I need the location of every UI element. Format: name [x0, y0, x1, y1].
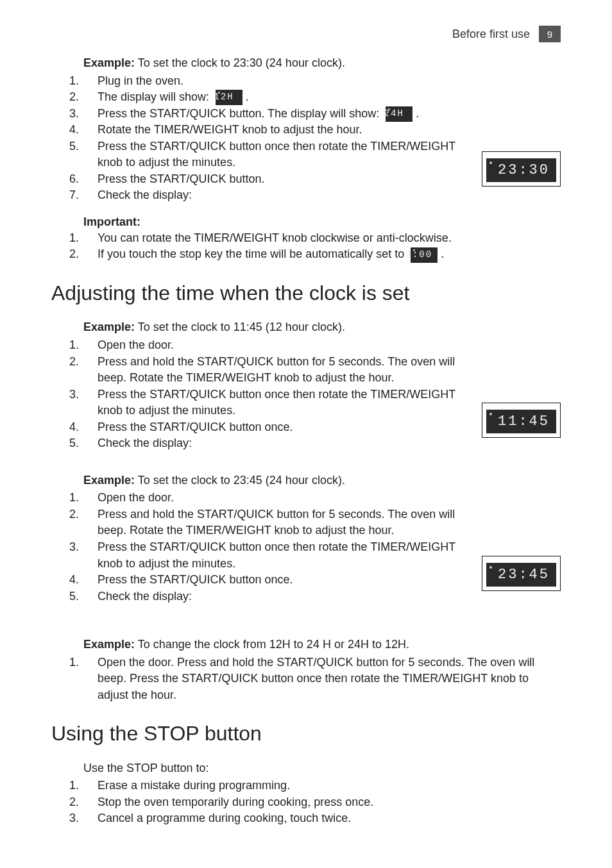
- step-2: 2.The display will show: 12H .: [98, 89, 561, 106]
- step-text: Press the START/QUICK button once then r…: [98, 388, 455, 417]
- example-change-12h-24h: Example: To change the clock from 12H to…: [83, 637, 561, 703]
- display-frame-2330: 23:30: [482, 151, 561, 187]
- display-frame-2345: 23:45: [482, 556, 561, 591]
- step-text: Press and hold the START/QUICK button fo…: [98, 508, 455, 537]
- step-text: Press the START/QUICK button once.: [98, 573, 293, 586]
- step-text: Plug in the oven.: [98, 74, 183, 87]
- step-2: 2.Press and hold the START/QUICK button …: [98, 506, 561, 539]
- stop-list: 1.Erase a mistake during programming. 2.…: [83, 778, 561, 827]
- example-set-2345: 23:45 Example: To set the clock to 23:45…: [83, 472, 561, 605]
- step-text: Press the START/QUICK button once then r…: [98, 540, 455, 570]
- example-line: Example: To set the clock to 23:30 (24 h…: [83, 55, 561, 72]
- important-2: 2.If you touch the stop key the time wil…: [98, 246, 561, 263]
- page-number: 9: [539, 26, 561, 42]
- important-list: 1.You can rotate the TIMER/WEIGHT knob c…: [83, 230, 561, 263]
- step-text: Stop the oven temporarily during cooking…: [98, 796, 373, 808]
- step-1: 1.Open the door. Press and hold the STAR…: [98, 655, 561, 704]
- step-text: Open the door.: [98, 338, 174, 351]
- page-header: Before first use 9: [51, 26, 561, 42]
- example-set-2330: 23:30 Example: To set the clock to 23:30…: [83, 55, 561, 204]
- example-label: Example:: [83, 638, 135, 651]
- step-3: 3.Press the START/QUICK button. The disp…: [98, 106, 561, 122]
- example-text: To change the clock from 12H to 24 H or …: [138, 638, 409, 651]
- important-1: 1.You can rotate the TIMER/WEIGHT knob c…: [98, 230, 561, 247]
- step-1: 1.Plug in the oven.: [98, 73, 561, 90]
- step-text: Open the door. Press and hold the START/…: [98, 656, 534, 701]
- step-text: Open the door.: [98, 491, 174, 504]
- important-heading: Important:: [83, 215, 561, 229]
- steps-list: 1.Open the door. Press and hold the STAR…: [83, 655, 561, 704]
- step-2: 2.Press and hold the START/QUICK button …: [98, 354, 561, 387]
- step-text: Cancel a programme during cooking, touch…: [98, 812, 351, 824]
- step-text: Press and hold the START/QUICK button fo…: [98, 355, 455, 385]
- example-line: Example: To set the clock to 23:45 (24 h…: [83, 472, 561, 489]
- important-text: If you touch the stop key the time will …: [98, 247, 404, 260]
- stop-step-1: 1.Erase a mistake during programming.: [98, 778, 561, 794]
- example-text: To set the clock to 11:45 (12 hour clock…: [138, 321, 345, 333]
- stop-step-3: 3.Cancel a programme during cooking, tou…: [98, 810, 561, 827]
- step-text: Press the START/QUICK button.: [98, 172, 264, 185]
- step-7: 7.Check the display:: [98, 187, 561, 204]
- example-label: Example:: [83, 56, 135, 69]
- stop-step-2: 2.Stop the oven temporarily during cooki…: [98, 794, 561, 811]
- important-text: You can rotate the TIMER/WEIGHT knob clo…: [98, 231, 452, 244]
- step-text: Rotate the TIMER/WEIGHT knob to adjust t…: [98, 123, 362, 136]
- step-text: Check the display:: [98, 188, 192, 201]
- step-text: Press the START/QUICK button. The displa…: [98, 107, 379, 120]
- display-frame-1145: 11:45: [482, 403, 561, 438]
- lcd-display-icon: 23:45: [486, 563, 556, 587]
- step-1: 1.Open the door.: [98, 337, 561, 354]
- section-heading-adjusting: Adjusting the time when the clock is set: [51, 281, 561, 305]
- example-label: Example:: [83, 474, 135, 487]
- step-text: Press the START/QUICK button once.: [98, 421, 293, 433]
- step-text: Erase a mistake during programming.: [98, 779, 290, 792]
- stop-lead: Use the STOP button to:: [83, 760, 561, 777]
- lcd-inline-icon: 24H: [386, 106, 412, 122]
- lcd-display-icon: 11:45: [486, 410, 556, 433]
- header-section-name: Before first use: [452, 28, 530, 41]
- example-label: Example:: [83, 321, 135, 333]
- example-line: Example: To set the clock to 11:45 (12 h…: [83, 319, 561, 336]
- step-text: The display will show:: [98, 90, 209, 103]
- section-heading-stop-button: Using the STOP button: [51, 721, 561, 746]
- lcd-inline-icon: 12H: [216, 90, 242, 105]
- step-4: 4.Rotate the TIMER/WEIGHT knob to adjust…: [98, 122, 561, 138]
- example-line: Example: To change the clock from 12H to…: [83, 637, 561, 653]
- lcd-inline-icon: 0:00: [411, 247, 438, 263]
- lcd-display-icon: 23:30: [486, 158, 556, 182]
- step-text: Press the START/QUICK button once then r…: [98, 140, 455, 169]
- example-set-1145: 11:45 Example: To set the clock to 11:45…: [83, 319, 561, 451]
- step-text: Check the display:: [98, 437, 192, 449]
- step-1: 1.Open the door.: [98, 490, 561, 506]
- example-text: To set the clock to 23:45 (24 hour clock…: [138, 474, 345, 487]
- example-text: To set the clock to 23:30 (24 hour clock…: [138, 56, 345, 69]
- step-text: Check the display:: [98, 590, 192, 603]
